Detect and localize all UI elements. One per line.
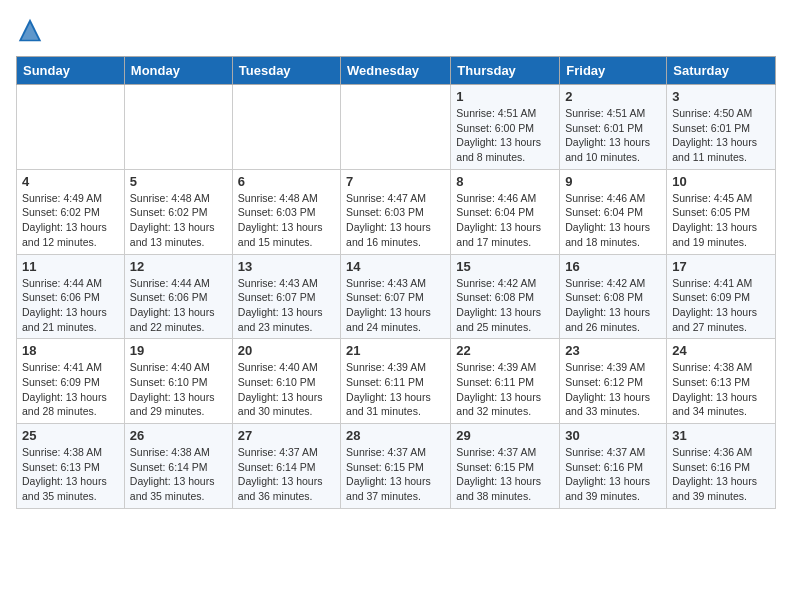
day-number: 1 bbox=[456, 89, 554, 104]
weekday-header-friday: Friday bbox=[560, 57, 667, 85]
day-number: 23 bbox=[565, 343, 661, 358]
day-number: 22 bbox=[456, 343, 554, 358]
day-number: 27 bbox=[238, 428, 335, 443]
day-number: 8 bbox=[456, 174, 554, 189]
calendar-week-1: 1Sunrise: 4:51 AM Sunset: 6:00 PM Daylig… bbox=[17, 85, 776, 170]
calendar-week-3: 11Sunrise: 4:44 AM Sunset: 6:06 PM Dayli… bbox=[17, 254, 776, 339]
weekday-header-row: SundayMondayTuesdayWednesdayThursdayFrid… bbox=[17, 57, 776, 85]
day-info: Sunrise: 4:41 AM Sunset: 6:09 PM Dayligh… bbox=[22, 360, 119, 419]
weekday-header-tuesday: Tuesday bbox=[232, 57, 340, 85]
day-info: Sunrise: 4:45 AM Sunset: 6:05 PM Dayligh… bbox=[672, 191, 770, 250]
day-number: 2 bbox=[565, 89, 661, 104]
calendar-week-2: 4Sunrise: 4:49 AM Sunset: 6:02 PM Daylig… bbox=[17, 169, 776, 254]
weekday-header-wednesday: Wednesday bbox=[341, 57, 451, 85]
weekday-header-thursday: Thursday bbox=[451, 57, 560, 85]
calendar-cell: 19Sunrise: 4:40 AM Sunset: 6:10 PM Dayli… bbox=[124, 339, 232, 424]
day-number: 30 bbox=[565, 428, 661, 443]
calendar-cell: 4Sunrise: 4:49 AM Sunset: 6:02 PM Daylig… bbox=[17, 169, 125, 254]
calendar-header: SundayMondayTuesdayWednesdayThursdayFrid… bbox=[17, 57, 776, 85]
calendar-cell: 5Sunrise: 4:48 AM Sunset: 6:02 PM Daylig… bbox=[124, 169, 232, 254]
day-info: Sunrise: 4:39 AM Sunset: 6:11 PM Dayligh… bbox=[346, 360, 445, 419]
day-info: Sunrise: 4:38 AM Sunset: 6:13 PM Dayligh… bbox=[672, 360, 770, 419]
calendar-cell: 10Sunrise: 4:45 AM Sunset: 6:05 PM Dayli… bbox=[667, 169, 776, 254]
weekday-header-monday: Monday bbox=[124, 57, 232, 85]
day-info: Sunrise: 4:42 AM Sunset: 6:08 PM Dayligh… bbox=[456, 276, 554, 335]
calendar-cell: 9Sunrise: 4:46 AM Sunset: 6:04 PM Daylig… bbox=[560, 169, 667, 254]
day-info: Sunrise: 4:39 AM Sunset: 6:11 PM Dayligh… bbox=[456, 360, 554, 419]
day-number: 26 bbox=[130, 428, 227, 443]
calendar-table: SundayMondayTuesdayWednesdayThursdayFrid… bbox=[16, 56, 776, 509]
day-number: 15 bbox=[456, 259, 554, 274]
calendar-week-5: 25Sunrise: 4:38 AM Sunset: 6:13 PM Dayli… bbox=[17, 424, 776, 509]
day-info: Sunrise: 4:47 AM Sunset: 6:03 PM Dayligh… bbox=[346, 191, 445, 250]
day-number: 9 bbox=[565, 174, 661, 189]
logo-icon bbox=[16, 16, 44, 44]
day-info: Sunrise: 4:44 AM Sunset: 6:06 PM Dayligh… bbox=[22, 276, 119, 335]
calendar-cell: 27Sunrise: 4:37 AM Sunset: 6:14 PM Dayli… bbox=[232, 424, 340, 509]
calendar-cell: 17Sunrise: 4:41 AM Sunset: 6:09 PM Dayli… bbox=[667, 254, 776, 339]
calendar-body: 1Sunrise: 4:51 AM Sunset: 6:00 PM Daylig… bbox=[17, 85, 776, 509]
day-info: Sunrise: 4:38 AM Sunset: 6:14 PM Dayligh… bbox=[130, 445, 227, 504]
day-info: Sunrise: 4:38 AM Sunset: 6:13 PM Dayligh… bbox=[22, 445, 119, 504]
calendar-cell: 30Sunrise: 4:37 AM Sunset: 6:16 PM Dayli… bbox=[560, 424, 667, 509]
calendar-cell: 16Sunrise: 4:42 AM Sunset: 6:08 PM Dayli… bbox=[560, 254, 667, 339]
calendar-cell: 7Sunrise: 4:47 AM Sunset: 6:03 PM Daylig… bbox=[341, 169, 451, 254]
day-info: Sunrise: 4:41 AM Sunset: 6:09 PM Dayligh… bbox=[672, 276, 770, 335]
calendar-cell: 29Sunrise: 4:37 AM Sunset: 6:15 PM Dayli… bbox=[451, 424, 560, 509]
day-number: 17 bbox=[672, 259, 770, 274]
page-header bbox=[16, 16, 776, 44]
day-number: 10 bbox=[672, 174, 770, 189]
day-info: Sunrise: 4:50 AM Sunset: 6:01 PM Dayligh… bbox=[672, 106, 770, 165]
day-number: 28 bbox=[346, 428, 445, 443]
calendar-cell: 1Sunrise: 4:51 AM Sunset: 6:00 PM Daylig… bbox=[451, 85, 560, 170]
calendar-cell: 28Sunrise: 4:37 AM Sunset: 6:15 PM Dayli… bbox=[341, 424, 451, 509]
day-info: Sunrise: 4:48 AM Sunset: 6:03 PM Dayligh… bbox=[238, 191, 335, 250]
day-info: Sunrise: 4:51 AM Sunset: 6:01 PM Dayligh… bbox=[565, 106, 661, 165]
calendar-cell bbox=[341, 85, 451, 170]
day-info: Sunrise: 4:46 AM Sunset: 6:04 PM Dayligh… bbox=[565, 191, 661, 250]
day-info: Sunrise: 4:43 AM Sunset: 6:07 PM Dayligh… bbox=[346, 276, 445, 335]
calendar-cell: 22Sunrise: 4:39 AM Sunset: 6:11 PM Dayli… bbox=[451, 339, 560, 424]
day-info: Sunrise: 4:42 AM Sunset: 6:08 PM Dayligh… bbox=[565, 276, 661, 335]
calendar-cell: 31Sunrise: 4:36 AM Sunset: 6:16 PM Dayli… bbox=[667, 424, 776, 509]
calendar-cell: 8Sunrise: 4:46 AM Sunset: 6:04 PM Daylig… bbox=[451, 169, 560, 254]
calendar-cell: 23Sunrise: 4:39 AM Sunset: 6:12 PM Dayli… bbox=[560, 339, 667, 424]
day-number: 29 bbox=[456, 428, 554, 443]
calendar-cell: 13Sunrise: 4:43 AM Sunset: 6:07 PM Dayli… bbox=[232, 254, 340, 339]
day-info: Sunrise: 4:46 AM Sunset: 6:04 PM Dayligh… bbox=[456, 191, 554, 250]
day-info: Sunrise: 4:37 AM Sunset: 6:14 PM Dayligh… bbox=[238, 445, 335, 504]
day-info: Sunrise: 4:40 AM Sunset: 6:10 PM Dayligh… bbox=[238, 360, 335, 419]
calendar-cell: 25Sunrise: 4:38 AM Sunset: 6:13 PM Dayli… bbox=[17, 424, 125, 509]
day-info: Sunrise: 4:51 AM Sunset: 6:00 PM Dayligh… bbox=[456, 106, 554, 165]
calendar-cell bbox=[124, 85, 232, 170]
calendar-cell: 12Sunrise: 4:44 AM Sunset: 6:06 PM Dayli… bbox=[124, 254, 232, 339]
day-info: Sunrise: 4:43 AM Sunset: 6:07 PM Dayligh… bbox=[238, 276, 335, 335]
day-number: 31 bbox=[672, 428, 770, 443]
weekday-header-saturday: Saturday bbox=[667, 57, 776, 85]
calendar-cell: 18Sunrise: 4:41 AM Sunset: 6:09 PM Dayli… bbox=[17, 339, 125, 424]
calendar-cell: 20Sunrise: 4:40 AM Sunset: 6:10 PM Dayli… bbox=[232, 339, 340, 424]
day-info: Sunrise: 4:44 AM Sunset: 6:06 PM Dayligh… bbox=[130, 276, 227, 335]
day-info: Sunrise: 4:37 AM Sunset: 6:15 PM Dayligh… bbox=[456, 445, 554, 504]
day-info: Sunrise: 4:37 AM Sunset: 6:15 PM Dayligh… bbox=[346, 445, 445, 504]
calendar-cell: 6Sunrise: 4:48 AM Sunset: 6:03 PM Daylig… bbox=[232, 169, 340, 254]
calendar-cell bbox=[17, 85, 125, 170]
calendar-cell: 14Sunrise: 4:43 AM Sunset: 6:07 PM Dayli… bbox=[341, 254, 451, 339]
weekday-header-sunday: Sunday bbox=[17, 57, 125, 85]
calendar-cell: 11Sunrise: 4:44 AM Sunset: 6:06 PM Dayli… bbox=[17, 254, 125, 339]
day-number: 13 bbox=[238, 259, 335, 274]
day-info: Sunrise: 4:39 AM Sunset: 6:12 PM Dayligh… bbox=[565, 360, 661, 419]
day-number: 4 bbox=[22, 174, 119, 189]
day-number: 12 bbox=[130, 259, 227, 274]
day-number: 20 bbox=[238, 343, 335, 358]
day-number: 3 bbox=[672, 89, 770, 104]
day-number: 7 bbox=[346, 174, 445, 189]
day-number: 21 bbox=[346, 343, 445, 358]
day-number: 14 bbox=[346, 259, 445, 274]
logo bbox=[16, 16, 48, 44]
day-number: 25 bbox=[22, 428, 119, 443]
day-number: 6 bbox=[238, 174, 335, 189]
day-number: 5 bbox=[130, 174, 227, 189]
calendar-cell: 26Sunrise: 4:38 AM Sunset: 6:14 PM Dayli… bbox=[124, 424, 232, 509]
day-number: 18 bbox=[22, 343, 119, 358]
